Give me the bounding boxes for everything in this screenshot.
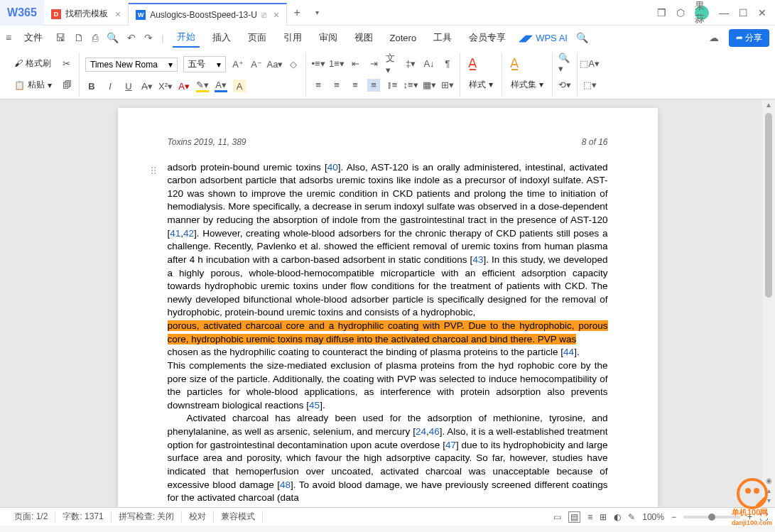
superscript-button[interactable]: X²▾ [159,80,172,92]
file-menu[interactable]: 文件 [20,28,47,47]
increase-indent-icon[interactable]: ⇥ [367,57,380,70]
paragraph-handle[interactable]: ⠿ [150,165,157,178]
body-paragraph[interactable]: Activated charcoal has already been used… [168,412,608,504]
ref-link[interactable]: 24 [416,426,426,437]
close-icon[interactable]: × [115,9,121,20]
undo-icon[interactable]: ↶ [127,32,136,43]
spellcheck-status[interactable]: 拼写检查: 关闭 [112,511,183,523]
align-center-icon[interactable]: ≡ [330,79,343,92]
color-mode-icon[interactable]: ◐ [614,512,621,522]
styleset-icon[interactable]: A̲ [508,57,521,70]
number-list-icon[interactable]: 1≡▾ [330,57,343,70]
select-icon[interactable]: ⬚▾ [583,79,596,92]
distribute-icon[interactable]: ⫿≡ [386,79,399,92]
bullet-list-icon[interactable]: •≡▾ [312,57,325,70]
cut-icon[interactable]: ✂ [60,57,72,70]
scroll-up-icon[interactable]: ▲ [762,99,775,110]
ref-link[interactable]: 48 [280,479,291,490]
search-icon[interactable]: 🔍 [576,32,588,43]
grow-font-icon[interactable]: A⁺ [232,58,244,71]
text-direction-icon[interactable]: 文▾ [386,57,399,70]
text-effect-button[interactable]: A [233,80,246,92]
compat-mode[interactable]: 兼容模式 [214,511,263,523]
view-web-icon[interactable]: ⊞ [600,512,607,522]
document-area[interactable]: ⠿ Toxins 2019, 11, 389 8 of 16 adsorb pr… [0,99,775,507]
ref-link[interactable]: 45 [309,400,320,411]
style-button[interactable]: 样式▾ [466,77,496,92]
font-select[interactable]: Times New Roma▾ [85,58,178,72]
ref-link[interactable]: 43 [472,254,483,265]
menu-zotero[interactable]: Zotero [386,30,421,46]
align-right-icon[interactable]: ≡ [349,79,362,92]
size-select[interactable]: 五号▾ [183,56,226,72]
menu-review[interactable]: 审阅 [315,28,342,47]
menu-member[interactable]: 会员专享 [465,28,510,47]
view-doc-icon[interactable]: ▭ [553,512,561,522]
preview-icon[interactable]: 🔍 [107,32,119,43]
ref-link[interactable]: 42 [183,228,194,239]
ref-link[interactable]: 41 [170,228,180,239]
menu-page[interactable]: 页面 [244,28,271,47]
menu-insert[interactable]: 插入 [208,28,235,47]
highlight-button[interactable]: ✎▾ [196,80,209,92]
style-icon[interactable]: A̲ [466,57,479,70]
body-paragraph[interactable]: adsorb protein-bound uremic toxins [40].… [168,161,608,320]
show-marks-icon[interactable]: ¶ [441,57,454,70]
menu-start[interactable]: 开始 [173,28,200,48]
ref-link[interactable]: 40 [327,162,338,173]
text-fill-button[interactable]: A▾ [215,80,227,92]
view-page-icon[interactable]: ▤ [568,511,580,523]
zoom-level[interactable]: 100% [642,512,664,522]
paste-button[interactable]: 📋 粘贴 ▾ [11,77,55,92]
app-logo[interactable]: W365 [0,0,44,26]
spacing-icon[interactable]: ↕≡▾ [404,79,417,92]
new-tab-button[interactable]: + [287,6,307,19]
redo-icon[interactable]: ↷ [144,32,153,43]
change-case-icon[interactable]: Aa▾ [269,58,281,71]
zoom-out-button[interactable]: − [671,512,676,522]
avatar[interactable]: 果蒜 [695,6,709,20]
strike-button[interactable]: A̶▾ [141,80,153,92]
textbox-icon[interactable]: ⬚A▾ [583,57,596,70]
borders-icon[interactable]: ⊞▾ [441,79,454,92]
highlighted-text[interactable]: porous, activated charcoal core and a hy… [168,320,608,346]
minimize-button[interactable]: — [719,7,729,18]
underline-button[interactable]: U [122,80,135,92]
line-spacing-icon[interactable]: ‡▾ [404,57,417,70]
close-button[interactable]: ✕ [758,7,766,18]
font-color-button[interactable]: A▾ [178,80,190,92]
italic-button[interactable]: I [104,80,116,92]
shrink-font-icon[interactable]: A⁻ [250,58,263,71]
close-icon[interactable]: × [273,9,279,21]
wps-ai-button[interactable]: ◢◤WPS AI [519,33,568,43]
decrease-indent-icon[interactable]: ⇤ [349,57,362,70]
tab-document[interactable]: W Auslogics-BoostSpeed-13-U ⎚ × [129,3,287,26]
body-paragraph[interactable]: chosen as the hydrophilic coating to cou… [168,346,608,359]
vertical-scrollbar[interactable]: ▲ ◉ ▴ ▾ [762,99,775,507]
cube-icon[interactable]: ⬡ [676,7,685,18]
scroll-thumb[interactable] [765,113,772,298]
find-icon[interactable]: 🔍▾ [558,57,571,70]
view-read-icon[interactable]: ≡ [587,512,592,522]
tab-dropdown[interactable]: ▾ [307,9,327,16]
menu-view[interactable]: 视图 [350,28,377,47]
new-icon[interactable]: 🗋 [74,32,84,43]
format-brush-button[interactable]: 🖌 格式刷 [11,56,54,71]
proof-status[interactable]: 校对 [182,511,214,523]
zoom-thumb[interactable] [708,514,715,521]
page-indicator[interactable]: 页面: 1/2 [7,511,55,523]
align-left-icon[interactable]: ≡ [312,79,325,92]
ref-link[interactable]: 47 [445,440,456,450]
bold-button[interactable]: B [85,80,98,92]
ref-link[interactable]: 46 [429,426,440,437]
styleset-button[interactable]: 样式集▾ [508,77,546,92]
shading-icon[interactable]: ▦▾ [423,79,435,92]
menu-reference[interactable]: 引用 [279,28,306,47]
ref-link[interactable]: 44 [563,347,574,357]
print-icon[interactable]: ⎙ [92,32,98,43]
word-count[interactable]: 字数: 1371 [55,511,111,523]
body-paragraph[interactable]: This complements the size-mediated exclu… [168,359,608,413]
menu-tools[interactable]: 工具 [429,28,456,47]
pen-icon[interactable]: ✎ [628,512,635,522]
align-justify-icon[interactable]: ≡ [367,79,380,92]
